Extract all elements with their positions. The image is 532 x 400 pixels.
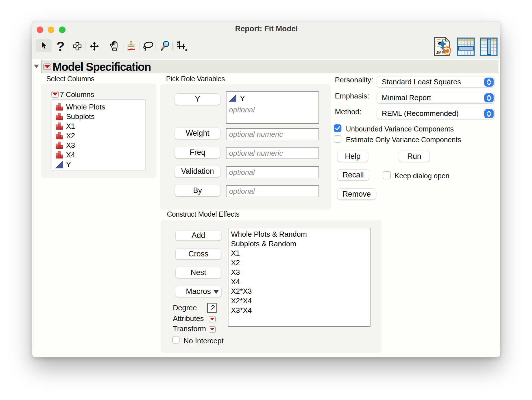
- svg-text:y: y: [177, 40, 179, 45]
- svg-text:x: x: [185, 47, 187, 52]
- svg-text:JMP: JMP: [436, 50, 444, 55]
